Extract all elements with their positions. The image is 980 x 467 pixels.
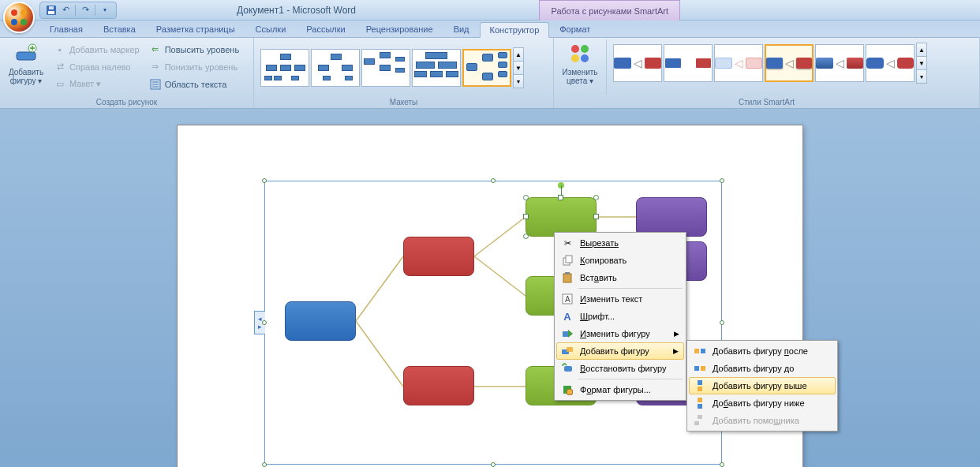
resize-handle[interactable] [593, 195, 599, 200]
ctx-add-shape[interactable]: Добавить фигуру▶ [556, 342, 684, 360]
svg-rect-42 [694, 366, 699, 371]
smartart-node-green-selected[interactable] [526, 197, 597, 237]
svg-marker-34 [568, 330, 573, 338]
layout-thumb-3[interactable] [361, 49, 410, 87]
tab-design[interactable]: Конструктор [480, 22, 550, 38]
tab-references[interactable]: Ссылки [245, 21, 297, 37]
demote-button[interactable]: ⇒Понизить уровень [148, 58, 241, 75]
tab-view[interactable]: Вид [443, 21, 480, 37]
sub-add-below[interactable]: Добавить фигуру ниже [689, 394, 836, 412]
group-styles: Изменить цвета ▾ ◁ ◁ ◁ ◁ ◁ ◁ ▲ ▼ ▾ Стили… [554, 38, 980, 108]
style-scroll-down[interactable]: ▼ [917, 57, 926, 70]
ctx-edit-text[interactable]: AИзменить текст [556, 290, 684, 308]
svg-point-1 [21, 9, 27, 16]
svg-rect-30 [565, 272, 570, 275]
resize-handle[interactable] [558, 195, 563, 200]
promote-button[interactable]: ⇐Повысить уровень [148, 41, 241, 58]
title-bar: ↶ ↷ ▾ Документ1 - Microsoft Word Работа … [0, 0, 980, 21]
tab-review[interactable]: Рецензирование [356, 21, 443, 37]
svg-text:A: A [565, 295, 570, 304]
redo-button[interactable]: ↷ [79, 4, 92, 17]
resize-handle[interactable] [523, 214, 529, 219]
ctx-paste[interactable]: Вставить [556, 269, 684, 286]
sub-add-after[interactable]: Добавить фигуру после [689, 342, 836, 360]
style-thumb-1[interactable]: ◁ [613, 44, 662, 82]
svg-rect-40 [694, 349, 699, 353]
textpane-icon [149, 78, 162, 91]
change-colors-label-1: Изменить [562, 68, 597, 77]
tab-home[interactable]: Главная [39, 21, 93, 37]
office-button[interactable] [3, 2, 35, 33]
add-bullet-button[interactable]: ▪Добавить маркер [52, 41, 141, 58]
save-button[interactable] [45, 4, 58, 17]
gallery-scroll-more[interactable]: ▾ [514, 75, 523, 88]
resize-handle[interactable] [523, 234, 529, 239]
gallery-scroll-down[interactable]: ▼ [514, 62, 523, 75]
ctx-cut[interactable]: ✂Вырезать [556, 234, 684, 252]
sub-add-above[interactable]: Добавить фигуру выше [689, 377, 836, 394]
demote-icon: ⇒ [149, 61, 162, 73]
format-shape-icon [559, 382, 575, 398]
undo-button[interactable]: ↶ [59, 4, 72, 17]
style-thumb-6[interactable]: ◁ [866, 44, 915, 82]
change-colors-label-2: цвета ▾ [567, 77, 593, 85]
tab-format[interactable]: Формат [549, 21, 600, 37]
svg-point-39 [567, 389, 573, 395]
style-thumb-5[interactable]: ◁ [815, 44, 864, 82]
style-thumb-2[interactable]: ◁ [664, 44, 713, 82]
smartart-node-red-1[interactable] [403, 237, 474, 276]
sub-add-before[interactable]: Добавить фигуру до [689, 360, 836, 377]
document-area: ◂▸ [0, 109, 980, 467]
ctx-copy[interactable]: Копировать [556, 252, 684, 269]
ctx-change-shape[interactable]: Изменить фигуру▶ [556, 325, 684, 342]
svg-rect-7 [17, 52, 36, 60]
document-page[interactable]: ◂▸ [177, 125, 803, 467]
style-scroll-more[interactable]: ▾ [917, 70, 926, 83]
quick-access-toolbar: ↶ ↷ ▾ [39, 2, 117, 19]
edit-text-icon: A [559, 291, 575, 307]
change-shape-icon [559, 326, 575, 342]
add-after-icon [692, 343, 708, 359]
resize-handle[interactable] [593, 214, 599, 219]
ribbon-tabs: Главная Вставка Разметка страницы Ссылки… [0, 21, 980, 38]
text-pane-button[interactable]: Область текста [148, 76, 241, 92]
rtl-button[interactable]: ⇄Справа налево [52, 58, 141, 75]
svg-line-19 [356, 256, 403, 321]
style-thumb-4[interactable]: ◁ [765, 44, 814, 82]
change-colors-button[interactable]: Изменить цвета ▾ [557, 39, 603, 93]
smartart-node-purple-1[interactable] [636, 197, 707, 237]
layout-thumb-2[interactable] [311, 49, 360, 87]
qat-customize-button[interactable]: ▾ [99, 4, 111, 17]
style-scroll-up[interactable]: ▲ [917, 43, 926, 57]
smartart-node-red-2[interactable] [403, 366, 474, 405]
add-shape-button[interactable]: Добавить фигуру ▾ [3, 39, 49, 93]
svg-rect-49 [694, 421, 699, 425]
ctx-format-shape[interactable]: Формат фигуры... [556, 381, 684, 398]
tab-mailings[interactable]: Рассылки [296, 21, 355, 37]
svg-rect-44 [698, 380, 702, 385]
svg-rect-6 [49, 6, 54, 9]
ribbon: Добавить фигуру ▾ ▪Добавить маркер ⇄Спра… [0, 38, 980, 109]
ctx-restore-shape[interactable]: Восстановить фигуру [556, 360, 684, 377]
tab-insert[interactable]: Вставка [93, 21, 146, 37]
layout-thumb-1[interactable] [260, 49, 309, 87]
svg-rect-45 [698, 387, 702, 391]
tab-page-layout[interactable]: Разметка страницы [146, 21, 245, 37]
ctx-font[interactable]: AШрифт... [556, 308, 684, 325]
layout-thumb-4[interactable] [412, 49, 461, 87]
layout-thumb-5[interactable] [462, 49, 511, 87]
style-thumb-3[interactable]: ◁ [714, 44, 763, 82]
svg-rect-28 [566, 256, 572, 263]
group-styles-label: Стили SmartArt [557, 96, 976, 108]
layout-dropdown-button[interactable]: ▭Макет ▾ [52, 76, 141, 92]
gallery-scroll-up[interactable]: ▲ [514, 48, 523, 62]
group-create-graphic: Добавить фигуру ▾ ▪Добавить маркер ⇄Спра… [0, 38, 254, 108]
submenu-arrow-icon: ▶ [673, 347, 679, 355]
window-title: Документ1 - Microsoft Word [237, 5, 356, 16]
resize-handle[interactable] [523, 195, 529, 200]
contextual-tab-title: Работа с рисунками SmartArt [539, 0, 680, 21]
copy-icon [559, 252, 575, 268]
add-shape-label-1: Добавить [9, 68, 43, 77]
add-assistant-icon [692, 413, 708, 428]
smartart-node-root[interactable] [285, 301, 356, 341]
